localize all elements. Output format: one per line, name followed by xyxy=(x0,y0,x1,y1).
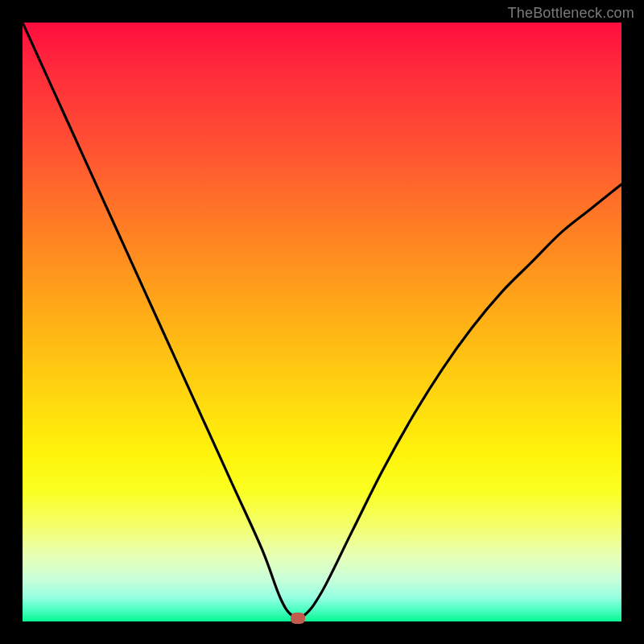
chart-frame: TheBottleneck.com xyxy=(0,0,644,644)
plot-area xyxy=(23,23,621,621)
optimum-marker xyxy=(291,613,305,624)
bottleneck-curve xyxy=(23,23,621,621)
watermark-text: TheBottleneck.com xyxy=(508,5,634,22)
